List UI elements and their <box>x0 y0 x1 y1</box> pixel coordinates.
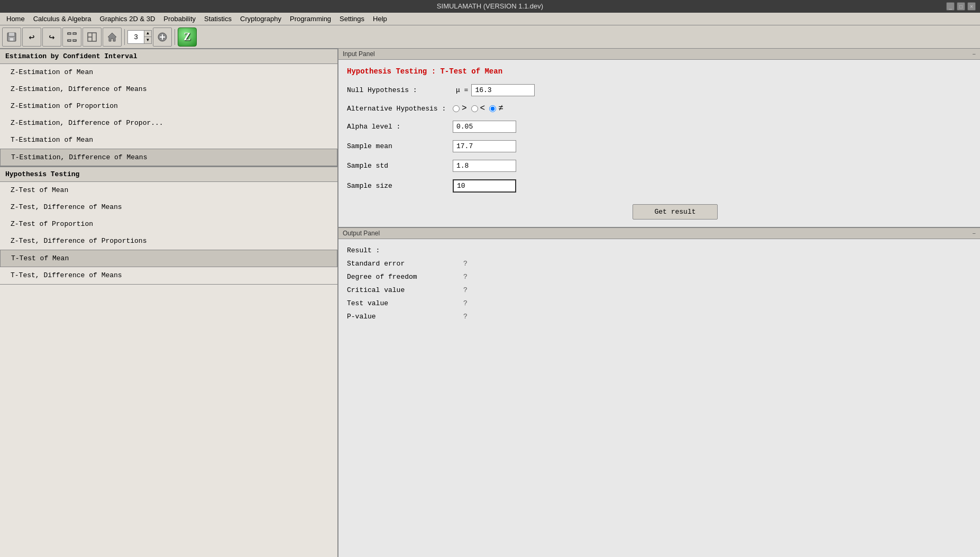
undo-button[interactable]: ↩ <box>22 28 41 47</box>
layout-button[interactable] <box>83 28 102 47</box>
get-result-button[interactable]: Get result <box>633 204 717 220</box>
result-label: Result : <box>347 246 380 254</box>
num-up-button[interactable]: ▲ <box>144 31 151 37</box>
list-item[interactable]: T-Test, Difference of Means <box>0 267 337 284</box>
num-stepper[interactable]: ▲ ▼ <box>127 30 152 44</box>
null-hypothesis-label: Null Hypothesis : <box>347 86 453 94</box>
list-item[interactable]: Z-Test of Mean <box>0 182 337 199</box>
critical-value-label: Critical value <box>347 286 463 294</box>
alt-hypothesis-options: > < ≠ <box>453 104 503 113</box>
result-label-row: Result : <box>347 246 972 254</box>
menu-bar: Home Calculus & Algebra Graphics 2D & 3D… <box>0 13 980 25</box>
redo-button[interactable]: ↪ <box>42 28 61 47</box>
hypothesis-title-main: Hypothesis Testing <box>347 67 427 76</box>
input-panel-collapse[interactable]: − <box>973 51 976 57</box>
radio-notequal-input[interactable] <box>489 105 496 112</box>
num-down-button[interactable]: ▼ <box>144 37 151 43</box>
critical-value-value: ? <box>463 286 468 294</box>
estimation-header: Estimation by Confident Interval <box>0 49 337 64</box>
alpha-row: Alpha level : <box>347 121 972 133</box>
sample-std-input[interactable] <box>453 160 516 172</box>
alpha-input[interactable] <box>453 121 516 133</box>
sample-mean-input[interactable] <box>453 140 516 152</box>
list-item[interactable]: T-Estimation of Mean <box>0 132 337 149</box>
radio-less[interactable]: < <box>471 104 486 113</box>
list-item[interactable]: Z-Estimation of Mean <box>0 64 337 81</box>
svg-marker-19 <box>108 33 116 41</box>
menu-help[interactable]: Help <box>369 14 391 24</box>
critical-value-row: Critical value ? <box>347 286 972 294</box>
null-hypothesis-input[interactable] <box>471 84 535 96</box>
sample-size-label: Sample size <box>347 182 453 190</box>
app-title: SIMULAMATH (VERSION 1.1.dev) <box>437 2 543 10</box>
get-result-container: Get result <box>347 200 972 220</box>
output-panel-collapse[interactable]: − <box>973 230 976 236</box>
home-button[interactable] <box>103 28 122 47</box>
num-input[interactable] <box>128 33 144 41</box>
hypothesis-title-sub: T-Test of Mean <box>440 67 502 76</box>
minimize-button[interactable]: _ <box>946 2 955 11</box>
menu-graphics[interactable]: Graphics 2D & 3D <box>96 14 160 24</box>
list-item-t-estimation-diff[interactable]: T-Estimation, Difference of Means <box>0 149 337 166</box>
save-button[interactable] <box>2 28 21 47</box>
menu-cryptography[interactable]: Cryptography <box>236 14 286 24</box>
sample-size-row: Sample size <box>347 179 972 193</box>
svg-rect-1 <box>9 33 14 36</box>
input-panel-header: Input Panel − <box>338 49 980 60</box>
fullscreen-button[interactable] <box>62 28 81 47</box>
list-item[interactable]: Z-Estimation, Difference of Propor... <box>0 115 337 132</box>
p-value-label: P-value <box>347 313 463 321</box>
left-panel: Estimation by Confident Interval Z-Estim… <box>0 49 338 557</box>
radio-greater-input[interactable] <box>453 105 460 112</box>
test-value-value: ? <box>463 299 468 307</box>
hypothesis-header: Hypothesis Testing <box>0 167 337 182</box>
standard-error-row: Standard error ? <box>347 260 972 268</box>
standard-error-value: ? <box>463 260 468 268</box>
add-button[interactable] <box>153 28 172 47</box>
radio-less-input[interactable] <box>471 105 478 112</box>
degree-freedom-label: Degree of freedom <box>347 273 463 281</box>
sample-std-label: Sample std <box>347 162 453 170</box>
menu-programming[interactable]: Programming <box>286 14 335 24</box>
title-bar: SIMULAMATH (VERSION 1.1.dev) _ □ × <box>0 0 980 13</box>
toolbar-separator-1 <box>124 29 125 45</box>
radio-notequal[interactable]: ≠ <box>489 104 503 113</box>
radio-notequal-symbol: ≠ <box>498 104 503 113</box>
list-item[interactable]: Z-Test, Difference of Proportions <box>0 233 337 250</box>
mu-symbol: μ = <box>456 86 468 94</box>
radio-less-symbol: < <box>480 104 486 113</box>
degree-freedom-value: ? <box>463 273 468 281</box>
window-controls[interactable]: _ □ × <box>946 2 976 11</box>
menu-probability[interactable]: Probability <box>159 14 200 24</box>
menu-settings[interactable]: Settings <box>335 14 369 24</box>
svg-rect-3 <box>10 38 13 41</box>
list-item-t-test-mean[interactable]: T-Test of Mean <box>0 250 337 267</box>
radio-greater[interactable]: > <box>453 104 467 113</box>
simulamath-icon-button[interactable]: Z <box>178 28 197 47</box>
input-panel-container: Input Panel − Hypothesis Testing : T-Tes… <box>338 49 980 228</box>
standard-error-label: Standard error <box>347 260 463 268</box>
test-value-label: Test value <box>347 299 463 307</box>
output-panel-container: Output Panel − Result : Standard error ?… <box>338 228 980 557</box>
input-panel: Hypothesis Testing : T-Test of Mean Null… <box>338 60 980 228</box>
sample-size-input[interactable] <box>453 179 516 193</box>
hypothesis-title-sep: : <box>432 67 441 76</box>
list-item[interactable]: Z-Estimation of Proportion <box>0 98 337 115</box>
degree-freedom-row: Degree of freedom ? <box>347 273 972 281</box>
menu-statistics[interactable]: Statistics <box>200 14 236 24</box>
list-item[interactable]: Z-Test, Difference of Means <box>0 199 337 216</box>
output-panel-header: Output Panel − <box>338 228 980 239</box>
radio-greater-symbol: > <box>462 104 467 113</box>
menu-calculus[interactable]: Calculus & Algebra <box>29 14 96 24</box>
sample-std-row: Sample std <box>347 160 972 172</box>
sample-mean-row: Sample mean <box>347 140 972 152</box>
alt-hypothesis-label: Alternative Hypothesis : <box>347 105 453 113</box>
menu-home[interactable]: Home <box>2 14 29 24</box>
toolbar: ↩ ↪ ▲ <box>0 25 980 49</box>
p-value-value: ? <box>463 313 468 321</box>
close-button[interactable]: × <box>967 2 976 11</box>
maximize-button[interactable]: □ <box>957 2 965 11</box>
list-item[interactable]: Z-Test of Proportion <box>0 216 337 233</box>
output-panel-label: Output Panel <box>343 230 380 237</box>
list-item[interactable]: Z-Estimation, Difference of Means <box>0 81 337 98</box>
